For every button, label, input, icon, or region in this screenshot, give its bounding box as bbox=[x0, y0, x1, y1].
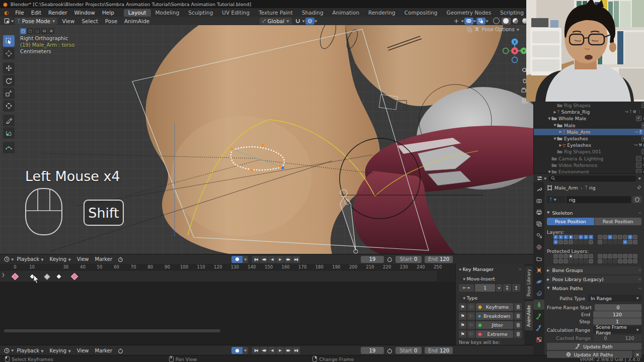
editor-type-button[interactable] bbox=[2, 18, 11, 25]
protected-layer-toggle[interactable] bbox=[558, 259, 563, 263]
prev-key-button[interactable]: ◀◆ bbox=[260, 347, 268, 354]
protected-layer-toggle[interactable] bbox=[623, 259, 627, 263]
tool-pose-breakdowner[interactable] bbox=[3, 142, 15, 153]
armature-layer-toggle[interactable] bbox=[553, 240, 558, 244]
armature-layer-toggle[interactable] bbox=[608, 235, 612, 239]
key-type-button[interactable]: Keyframe bbox=[476, 303, 513, 311]
menu-window[interactable]: Window bbox=[70, 10, 98, 16]
properties-tab-render[interactable] bbox=[533, 196, 544, 206]
armature-layer-toggle[interactable] bbox=[603, 235, 607, 239]
protected-layer-toggle[interactable] bbox=[574, 254, 578, 258]
update-all-paths-button[interactable]: Update All Paths bbox=[547, 351, 632, 358]
deselect-keys-flag-button[interactable]: ⚐ bbox=[467, 321, 475, 329]
properties-tab-texture[interactable] bbox=[533, 334, 544, 344]
tab-geometry-nodes[interactable]: Geometry Nodes bbox=[442, 9, 496, 17]
pose-position-button[interactable]: Pose Position bbox=[547, 218, 594, 225]
collection-checkbox[interactable] bbox=[641, 103, 644, 108]
menu-pose[interactable]: Pose bbox=[102, 18, 121, 24]
key-type-button[interactable]: Breakdown bbox=[476, 312, 513, 320]
menu-marker[interactable]: Marker bbox=[92, 256, 116, 262]
menu-view[interactable]: View bbox=[74, 348, 92, 353]
protected-layer-toggle[interactable] bbox=[579, 259, 583, 263]
auto-keying-button[interactable] bbox=[231, 347, 243, 354]
show-overlays-toggle[interactable] bbox=[464, 18, 473, 25]
armature-layer-toggle[interactable] bbox=[589, 240, 593, 244]
snap-toggle[interactable] bbox=[293, 18, 302, 25]
tool-transform[interactable] bbox=[3, 100, 15, 112]
tab-scripting[interactable]: Scripting bbox=[496, 9, 528, 17]
keying-popover-button[interactable]: ▼ bbox=[243, 256, 248, 263]
snap-chevron-icon[interactable]: ▼ bbox=[302, 19, 305, 22]
calculation-range-dropdown[interactable]: Scene Frame Range▼ bbox=[593, 326, 641, 333]
outliner-row-eyelashes[interactable]: ▼Eyelashes✓ bbox=[534, 135, 644, 142]
armature-layer-toggle[interactable] bbox=[558, 235, 563, 239]
bone-groups-panel-header[interactable]: ▶Bone Groups≡ bbox=[547, 266, 641, 274]
select-mode-extend[interactable]: ⊞ bbox=[48, 28, 54, 34]
select-mode-lasso[interactable]: ☊ bbox=[41, 28, 47, 34]
outliner-row-rig-shapes-001[interactable]: Rig Shapes.001 bbox=[534, 148, 644, 155]
properties-tab-output[interactable] bbox=[533, 207, 544, 217]
frame-range-start-field[interactable]: 0 bbox=[595, 304, 641, 311]
amount-dropdown-icon[interactable]: ▼ bbox=[496, 284, 502, 292]
menu-keying[interactable]: Keying ▼ bbox=[47, 256, 74, 262]
protected-layer-toggle[interactable] bbox=[603, 254, 607, 258]
armature-layer-toggle[interactable] bbox=[628, 240, 632, 244]
protected-layer-toggle[interactable] bbox=[574, 259, 578, 263]
tab-modeling[interactable]: Modeling bbox=[151, 9, 184, 17]
delete-keys-button[interactable] bbox=[514, 303, 522, 311]
outliner-row-male-arm[interactable]: ▶ᛉMale_Arm↪ᛉ⚙ bbox=[534, 129, 644, 135]
blender-menu-icon[interactable]: ◐ bbox=[1, 10, 12, 16]
properties-tab-tool[interactable] bbox=[533, 184, 544, 194]
outliner-item-label[interactable]: Eyelashes bbox=[564, 136, 588, 141]
collection-checkbox[interactable]: ✓ bbox=[641, 123, 644, 128]
outliner-row-male[interactable]: ▼Male✓ bbox=[534, 122, 644, 129]
menu-help[interactable]: Help bbox=[99, 10, 118, 16]
tool-tweak-select[interactable] bbox=[3, 35, 15, 47]
protected-layer-toggle[interactable] bbox=[603, 259, 607, 263]
armature-layer-toggle[interactable] bbox=[574, 235, 578, 239]
collection-checkbox[interactable]: ✓ bbox=[641, 136, 644, 141]
panel-grip-icon[interactable]: ≡ bbox=[518, 267, 522, 272]
tab-rendering[interactable]: Rendering bbox=[364, 9, 400, 17]
tool-measure[interactable] bbox=[3, 127, 15, 139]
insert-key-up-button[interactable]: ↥ bbox=[512, 284, 520, 292]
jump-start-button[interactable]: ▮◀ bbox=[252, 347, 260, 354]
breadcrumb-object[interactable]: Male_Arm bbox=[554, 185, 578, 191]
outliner-row-camera-lighting[interactable]: Camera & Lighting bbox=[534, 155, 644, 162]
tool-scale[interactable] bbox=[3, 87, 15, 99]
delete-keys-button[interactable] bbox=[514, 321, 522, 329]
properties-tab-view-layer[interactable] bbox=[533, 219, 544, 229]
stopwatch-icon[interactable] bbox=[116, 347, 125, 354]
pin-icon[interactable] bbox=[636, 185, 641, 190]
armature-layer-toggle[interactable] bbox=[603, 240, 607, 244]
timeline-ruler[interactable]: 0103040506070809010011012013014015016017… bbox=[0, 264, 455, 271]
armature-layer-toggle[interactable] bbox=[579, 240, 583, 244]
timeline2-editor-type-button[interactable] bbox=[2, 347, 11, 354]
play-back-button[interactable]: ◀ bbox=[268, 256, 276, 263]
armature-layer-toggle[interactable] bbox=[613, 240, 617, 244]
tab-shading[interactable]: Shading bbox=[297, 9, 328, 17]
protected-layer-toggle[interactable] bbox=[628, 259, 632, 263]
frame-range-end-field[interactable]: 120 bbox=[593, 311, 641, 318]
outliner-item-label[interactable]: Whole Male bbox=[558, 116, 586, 121]
frame-end-field[interactable]: End120 bbox=[425, 256, 453, 263]
armature-layer-toggle[interactable] bbox=[623, 240, 627, 244]
tool-rotate[interactable] bbox=[3, 75, 15, 86]
armature-layer-toggle[interactable] bbox=[633, 240, 637, 244]
channel-expand-icon[interactable]: ❯ bbox=[2, 273, 5, 277]
protected-layer-toggle[interactable] bbox=[564, 259, 568, 263]
outliner-item-label[interactable]: Rig Shapes.001 bbox=[564, 149, 601, 154]
menu-render[interactable]: Render bbox=[45, 10, 70, 16]
menu-animaide[interactable]: AnimAide bbox=[121, 18, 153, 24]
tool-move[interactable] bbox=[3, 62, 15, 74]
protected-layer-toggle[interactable] bbox=[608, 254, 612, 258]
tool-annotate[interactable] bbox=[3, 115, 15, 126]
armature-layer-toggle[interactable] bbox=[628, 235, 632, 239]
outliner-item-label[interactable]: Eyelashes bbox=[567, 142, 591, 148]
protected-layer-toggle[interactable] bbox=[613, 254, 617, 258]
protected-layer-toggle[interactable] bbox=[579, 254, 583, 258]
select-mode-circle[interactable]: ○ bbox=[34, 28, 40, 34]
jump-end-button[interactable]: ▶▮ bbox=[292, 347, 300, 354]
next-key-button[interactable]: ◆▶ bbox=[284, 347, 292, 354]
armature-layer-toggle[interactable] bbox=[608, 240, 612, 244]
